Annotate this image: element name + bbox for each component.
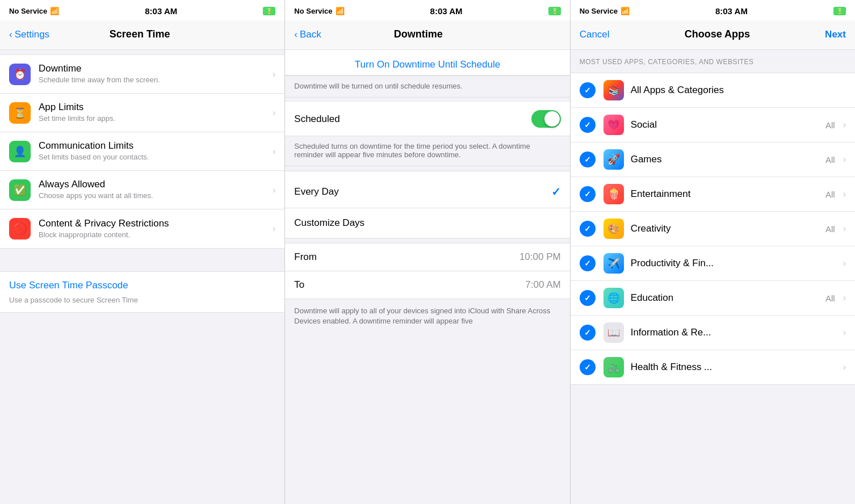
always-allowed-chevron: ›	[273, 185, 275, 195]
status-time-3: 8:03 AM	[715, 6, 748, 16]
check-entertainment: ✓	[580, 186, 596, 202]
customize-days-label: Customize Days	[294, 217, 364, 229]
education-icon: 🌐	[603, 288, 624, 308]
scheduled-toggle[interactable]	[531, 110, 561, 128]
no-service-label-2: No Service	[294, 7, 332, 15]
back-button-1[interactable]: ‹ Settings	[9, 29, 49, 40]
customize-days-option[interactable]: Customize Days	[285, 208, 569, 238]
creativity-icon: 🎨	[603, 219, 624, 239]
status-bar-3: No Service 📶 8:03 AM 🔋	[571, 0, 855, 20]
row-health[interactable]: ✓ 🚲 Health & Fitness ... ›	[571, 350, 855, 384]
check-productivity: ✓	[580, 255, 596, 271]
row-creativity[interactable]: ✓ 🎨 Creativity All ›	[571, 212, 855, 246]
check-social: ✓	[580, 117, 596, 133]
to-label: To	[294, 279, 304, 291]
content-privacy-icon-glyph: 🚫	[13, 222, 27, 236]
check-creativity: ✓	[580, 221, 596, 237]
to-row[interactable]: To 7:00 AM	[285, 271, 569, 299]
menu-item-comm-limits[interactable]: 👤 Communication Limits Set limits based …	[0, 132, 284, 171]
nav-bar-2: ‹ Back Downtime	[285, 20, 569, 50]
app-name-social: Social	[631, 119, 825, 131]
section-header: MOST USED APPS, CATEGORIES, AND WEBSITES	[571, 50, 855, 69]
row-productivity[interactable]: ✓ ✈️ Productivity & Fin... ›	[571, 246, 855, 281]
day-options: Every Day ✓ Customize Days	[285, 171, 569, 238]
check-health: ✓	[580, 359, 596, 375]
row-social[interactable]: ✓ 💗 Social All ›	[571, 108, 855, 142]
row-all-apps[interactable]: ✓ 📚 All Apps & Categories	[571, 73, 855, 108]
app-name-health: Health & Fitness ...	[631, 362, 839, 373]
app-name-education: Education	[631, 292, 825, 304]
panel-screen-time: No Service 📶 8:03 AM 🔋 ‹ Settings Screen…	[0, 0, 285, 504]
downtime-footer: Downtime will apply to all of your devic…	[285, 299, 569, 333]
panel-choose-apps: No Service 📶 8:03 AM 🔋 Cancel Choose App…	[571, 0, 855, 504]
turn-on-desc: Downtime will be turned on until schedul…	[285, 75, 569, 98]
scheduled-label: Scheduled	[294, 114, 340, 125]
downtime-subtitle: Schedule time away from the screen.	[39, 75, 268, 85]
status-battery-2: 🔋	[548, 7, 561, 15]
time-section: From 10:00 PM To 7:00 AM	[285, 243, 569, 299]
from-row[interactable]: From 10:00 PM	[285, 243, 569, 271]
always-allowed-icon-glyph: ✅	[14, 184, 26, 196]
entertainment-chevron: ›	[843, 189, 846, 199]
wifi-icon-3: 📶	[621, 7, 630, 15]
information-chevron: ›	[843, 327, 846, 338]
menu-item-app-limits[interactable]: ⏳ App Limits Set time limits for apps. ›	[0, 94, 284, 132]
status-bar-1: No Service 📶 8:03 AM 🔋	[0, 0, 284, 20]
every-day-label: Every Day	[294, 186, 338, 198]
every-day-checkmark: ✓	[551, 185, 561, 199]
app-limits-chevron: ›	[273, 108, 275, 118]
check-education: ✓	[580, 290, 596, 306]
every-day-option[interactable]: Every Day ✓	[285, 176, 569, 208]
cancel-label: Cancel	[580, 29, 610, 40]
status-signal-1: No Service 📶	[9, 7, 59, 15]
battery-icon-3: 🔋	[833, 7, 846, 15]
downtime-title: Downtime	[39, 63, 268, 74]
app-name-games: Games	[631, 154, 825, 165]
always-allowed-icon: ✅	[9, 179, 31, 201]
turn-on-link[interactable]: Turn On Downtime Until Schedule	[285, 50, 569, 75]
comm-limits-chevron: ›	[273, 146, 275, 157]
battery-icon-1: 🔋	[263, 7, 275, 15]
wifi-icon-2: 📶	[336, 7, 345, 15]
status-time-2: 8:03 AM	[430, 6, 463, 16]
toggle-knob	[544, 111, 560, 127]
passcode-section: Use Screen Time Passcode Use a passcode …	[0, 271, 284, 313]
status-battery-1: 🔋	[263, 7, 275, 15]
app-limits-icon-glyph: ⏳	[14, 107, 26, 119]
back-button-2[interactable]: ‹ Back	[294, 29, 321, 40]
scheduled-desc: Scheduled turns on downtime for the time…	[285, 136, 569, 166]
entertainment-icon: 🍿	[603, 184, 624, 204]
row-entertainment[interactable]: ✓ 🍿 Entertainment All ›	[571, 177, 855, 212]
scheduled-row[interactable]: Scheduled	[285, 102, 569, 136]
row-information[interactable]: ✓ 📖 Information & Re... ›	[571, 316, 855, 350]
passcode-link[interactable]: Use Screen Time Passcode	[9, 280, 275, 291]
check-games: ✓	[580, 152, 596, 167]
app-limits-icon: ⏳	[9, 102, 31, 124]
back-chevron-2: ‹	[294, 29, 297, 40]
content-privacy-subtitle: Block inappropriate content.	[39, 230, 268, 240]
next-button[interactable]: Next	[825, 29, 846, 40]
wifi-icon-1: 📶	[50, 7, 59, 15]
status-bar-2: No Service 📶 8:03 AM 🔋	[285, 0, 569, 20]
always-allowed-title: Always Allowed	[39, 179, 268, 190]
nav-bar-3: Cancel Choose Apps Next	[571, 20, 855, 50]
content-privacy-chevron: ›	[273, 224, 275, 234]
cancel-button[interactable]: Cancel	[580, 29, 610, 40]
health-chevron: ›	[843, 362, 846, 372]
comm-limits-title: Communication Limits	[39, 140, 268, 152]
app-sub-education: All	[825, 293, 835, 303]
menu-item-content-privacy[interactable]: 🚫 Content & Privacy Restrictions Block i…	[0, 209, 284, 248]
games-icon: 🚀	[603, 149, 624, 170]
all-apps-icon: 📚	[603, 80, 624, 100]
education-chevron: ›	[843, 293, 846, 303]
row-games[interactable]: ✓ 🚀 Games All ›	[571, 142, 855, 177]
social-chevron: ›	[843, 120, 846, 130]
menu-item-downtime[interactable]: ⏰ Downtime Schedule time away from the s…	[0, 55, 284, 94]
row-education[interactable]: ✓ 🌐 Education All ›	[571, 281, 855, 316]
content-privacy-icon: 🚫	[9, 218, 31, 240]
passcode-desc: Use a passcode to secure Screen Time	[9, 296, 275, 309]
games-chevron: ›	[843, 154, 846, 165]
app-limits-text: App Limits Set time limits for apps.	[39, 102, 268, 124]
menu-item-always-allowed[interactable]: ✅ Always Allowed Choose apps you want at…	[0, 171, 284, 209]
comm-limits-icon-glyph: 👤	[14, 145, 26, 158]
